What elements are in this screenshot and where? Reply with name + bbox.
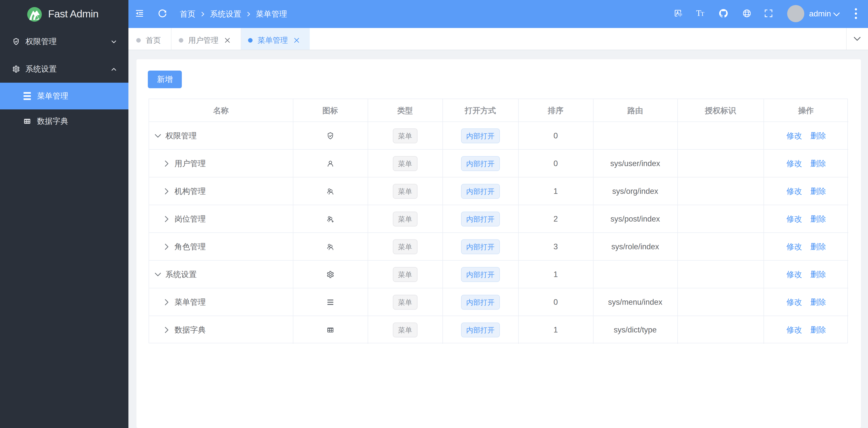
svg-text:T: T: [701, 10, 704, 17]
svg-text:中: 中: [678, 12, 682, 18]
